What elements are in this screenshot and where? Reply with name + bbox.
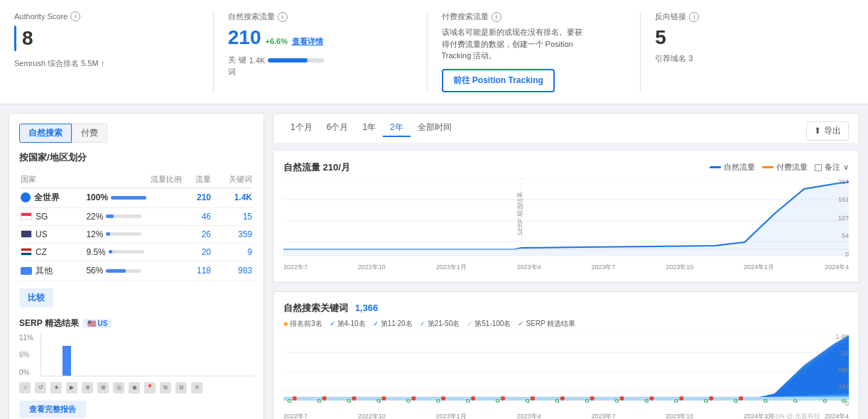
- traffic-x-labels: 2022年7 2022年10 2023年1月 2023年4 2023年7 202…: [283, 263, 849, 272]
- cell-pct: 9.5%: [85, 243, 183, 261]
- svg-text:G: G: [764, 398, 769, 404]
- tab-paid[interactable]: 付费: [72, 124, 107, 143]
- paid-traffic-block: 付费搜索流量 i 该域名可能是新的或现在没有排名。要获得付费流量的数据，创建一个…: [428, 11, 641, 92]
- serp-icon-star-outline: ☆: [19, 382, 31, 393]
- time-tab-all[interactable]: 全部时间: [411, 119, 459, 137]
- serp-icon-pin: 📍: [144, 382, 156, 393]
- table-row[interactable]: SG 22% 46 15: [19, 207, 254, 225]
- svg-text:G: G: [466, 398, 471, 404]
- svg-point-41: [411, 396, 416, 401]
- organic-sub-row-2: 词: [228, 67, 413, 77]
- svg-marker-13: [283, 340, 849, 401]
- svg-point-37: [293, 396, 297, 401]
- backlinks-value: 5: [655, 26, 840, 49]
- cell-pct: 22%: [85, 207, 183, 225]
- kw-legend-51-100: ✓ 第51-100名: [467, 319, 511, 329]
- position-tracking-button[interactable]: 前往 Position Tracking: [442, 69, 555, 92]
- keywords-count: 1,366: [355, 303, 379, 313]
- main-content: 自然搜索 付费 按国家/地区划分 国家 流量比例 流量 关键词 全世界: [0, 104, 868, 420]
- svg-text:G: G: [793, 398, 798, 404]
- legend-paid: 付费流量: [762, 162, 808, 173]
- organic-info-icon[interactable]: i: [278, 12, 288, 22]
- serp-chart-area: 11% 6% 0%: [19, 334, 254, 376]
- keywords-chart-header: 自然搜索关键词 1,366: [283, 302, 849, 315]
- svg-text:G: G: [406, 398, 411, 404]
- svg-point-43: [471, 396, 475, 401]
- left-panel: 自然搜索 付费 按国家/地区划分 国家 流量比例 流量 关键词 全世界: [9, 113, 264, 420]
- svg-text:G: G: [614, 398, 619, 404]
- time-tabs: 1个月 6个月 1年 2年 全部时间: [283, 119, 806, 137]
- svg-point-46: [560, 396, 565, 401]
- export-button[interactable]: ⬆ 导出: [806, 121, 849, 141]
- keywords-chart-title: 自然搜索关键词 1,366: [283, 302, 378, 315]
- authority-bar: [14, 26, 16, 51]
- organic-detail-link[interactable]: 查看详情: [292, 36, 323, 47]
- svg-point-40: [381, 396, 386, 401]
- time-tab-bar: 1个月 6个月 1年 2年 全部时间 ⬆ 导出: [273, 113, 859, 143]
- full-report-button[interactable]: 查看完整报告: [19, 401, 86, 418]
- right-panel: 1个月 6个月 1年 2年 全部时间 ⬆ 导出 自然流量 210/月 自然流量: [273, 113, 859, 420]
- cell-country: US: [19, 225, 85, 243]
- authority-score-block: Authority Score i 8 Semrush 综合排名 5.5M ↑: [14, 11, 214, 92]
- cell-keywords: 983: [212, 261, 254, 281]
- cell-keywords: 1.4K: [212, 187, 254, 207]
- paid-info-icon[interactable]: i: [492, 12, 501, 22]
- cell-traffic: 26: [183, 225, 212, 243]
- svg-marker-14: [283, 339, 849, 397]
- svg-text:G: G: [704, 398, 709, 404]
- traffic-chart-title: 自然流量 210/月: [283, 161, 350, 174]
- table-row[interactable]: 全世界 100% 210 1.4K: [19, 187, 254, 207]
- svg-point-48: [619, 396, 624, 401]
- cell-country: SG: [19, 207, 85, 225]
- semrush-rank: Semrush 综合排名 5.5M ↑: [14, 58, 199, 69]
- time-tab-1y[interactable]: 1年: [355, 119, 383, 137]
- authority-score-label: Authority Score i: [14, 11, 199, 21]
- organic-traffic-number: 210: [228, 26, 261, 49]
- authority-value: 8: [22, 28, 33, 48]
- cell-keywords: 359: [212, 225, 254, 243]
- serp-region: 🇺🇸 US: [83, 319, 112, 328]
- traffic-chart-header: 自然流量 210/月 自然流量 付费流量 备注 ∨: [283, 161, 849, 174]
- backlinks-info-icon[interactable]: i: [689, 12, 699, 22]
- serp-section: SERP 精选结果 🇺🇸 US 11% 6% 0% ☆ ↺ ★ ▶ ⊕ ⊞: [19, 317, 254, 418]
- serp-icon-grid: ⊞: [97, 382, 109, 393]
- compare-button[interactable]: 比较: [19, 288, 53, 308]
- cell-keywords: 15: [212, 207, 254, 225]
- table-row[interactable]: US 12% 26 359: [19, 225, 254, 243]
- svg-point-39: [352, 396, 356, 401]
- serp-icon-refresh: ↺: [35, 382, 46, 393]
- col-traffic: 流量: [183, 171, 212, 188]
- serp-icon-dot-circle: ◉: [129, 382, 140, 393]
- table-row[interactable]: 其他 56% 118 983: [19, 261, 254, 281]
- cell-country: 其他: [19, 261, 85, 281]
- svg-marker-6: [283, 182, 849, 256]
- organic-traffic-label: 自然搜索流量 i: [228, 11, 413, 22]
- serp-y-labels: 11% 6% 0%: [19, 334, 39, 376]
- svg-point-49: [649, 396, 653, 401]
- serp-chart-inner: [40, 334, 254, 376]
- svg-text:G: G: [287, 398, 292, 404]
- legend-organic-line: [710, 166, 721, 168]
- svg-text:G: G: [525, 398, 530, 404]
- time-tab-2y[interactable]: 2年: [383, 119, 411, 137]
- serp-icon-minus: ⊟: [175, 382, 187, 393]
- top-panel: Authority Score i 8 Semrush 综合排名 5.5M ↑ …: [0, 0, 868, 104]
- authority-info-icon[interactable]: i: [70, 11, 80, 21]
- paid-traffic-description: 该域名可能是新的或现在没有排名。要获得付费流量的数据，创建一个 Position…: [442, 26, 584, 62]
- table-row[interactable]: CZ 9.5% 20 9: [19, 243, 254, 261]
- svg-point-38: [322, 396, 326, 401]
- svg-marker-16: [283, 335, 849, 397]
- col-traffic-pct: 流量比例: [85, 171, 183, 188]
- legend-notes[interactable]: 备注 ∨: [815, 162, 849, 173]
- backlinks-label: 反向链接 i: [655, 11, 840, 22]
- tab-organic[interactable]: 自然搜索: [19, 124, 72, 143]
- organic-traffic-value-row: 210 +6.6% 查看详情: [228, 26, 413, 49]
- time-tab-6m[interactable]: 6个月: [320, 119, 356, 137]
- kw-legend-21-50: ✓ 第21-50名: [420, 319, 460, 329]
- svg-point-45: [531, 396, 535, 401]
- kw-legend-serp: ✓ SERP 精选结果: [518, 319, 575, 329]
- time-tab-1m[interactable]: 1个月: [283, 119, 320, 137]
- left-tab-row: 自然搜索 付费: [19, 124, 254, 143]
- svg-text:G: G: [585, 398, 590, 404]
- svg-text:G: G: [674, 398, 679, 404]
